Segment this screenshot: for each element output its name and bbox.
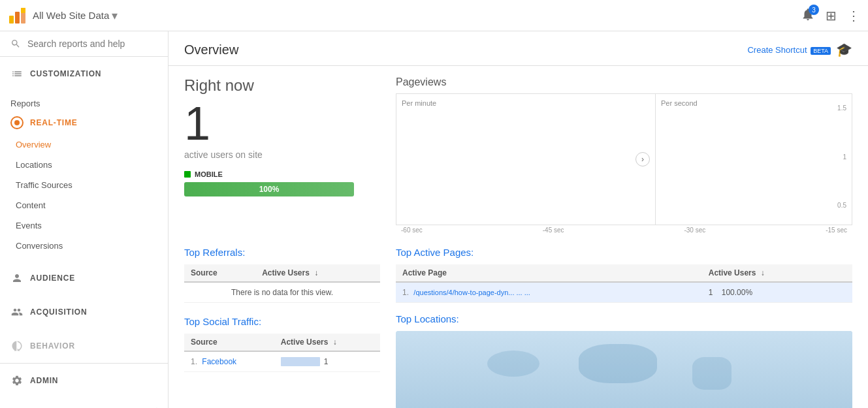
pageviews-title: Pageviews [396,76,852,88]
create-shortcut-link[interactable]: Create Shortcut BETA [747,45,831,55]
site-selector[interactable]: All Web Site Data ▾ [33,8,118,23]
apps-grid-icon[interactable]: ⊞ [826,8,837,24]
topbar-right: 3 ⊞ ⋮ [801,7,860,24]
sidebar: CUSTOMIZATION Reports REAL-TIME Overview… [0,31,169,408]
overview-grid: Right now 1 active users on site MOBILE … [184,76,852,234]
table-row: There is no data for this view. [184,282,380,303]
top-active-pages-section: Top Active Pages: Active Page Active Use… [396,247,852,303]
social-count: 1 [324,357,329,366]
dropdown-arrow-icon: ▾ [112,8,118,23]
sidebar-item-traffic-sources[interactable]: Traffic Sources [0,175,168,195]
behavior-section: BEHAVIOR [0,329,168,363]
top-referrals-title: Top Referrals: [184,247,380,258]
svg-rect-3 [21,8,25,13]
admin-button[interactable]: ADMIN [0,369,168,392]
customization-icon [10,67,24,80]
chart-x-axis: -60 sec -45 sec -30 sec -15 sec [396,227,852,234]
chart-y-axis: 1.5 1 0.5 [837,104,846,209]
traffic-sources-label: Traffic Sources [16,180,72,190]
svg-rect-0 [9,16,14,24]
right-now-panel: Right now 1 active users on site MOBILE … [184,76,380,234]
acquisition-section: ACQUISITION [0,295,168,329]
locations-map [396,331,852,408]
overview-label: Overview [16,140,51,149]
acquisition-label: ACQUISITION [30,307,87,317]
behavior-label: BEHAVIOR [30,341,75,351]
per-second-label: Per second [661,99,846,107]
acquisition-button[interactable]: ACQUISITION [0,300,168,324]
beta-badge: BETA [811,47,831,55]
per-minute-label: Per minute [402,99,650,107]
admin-label: ADMIN [30,376,58,385]
top-active-pages-title: Top Active Pages: [396,247,852,258]
content-area: Overview Create Shortcut BETA 🎓 Right no… [169,31,868,408]
customization-button[interactable]: CUSTOMIZATION [0,62,168,86]
search-bar[interactable] [0,31,168,57]
map-continent-shape [579,344,657,383]
pages-sort-icon: ↓ [761,268,765,277]
svg-rect-1 [15,12,20,24]
audience-button[interactable]: AUDIENCE [0,266,168,290]
page-url-cell: 1. /questions/4/how-to-page-dyn... ... .… [396,282,702,303]
social-source-col-header: Source [184,334,274,351]
search-input[interactable] [27,39,157,49]
mobile-progress-bar: 100% [184,182,354,196]
right-now-title: Right now [184,76,380,95]
conversions-label: Conversions [16,241,63,251]
top-locations-title: Top Locations: [396,313,852,324]
sort-icon: ↓ [314,268,318,277]
site-name: All Web Site Data [33,10,109,21]
header-right: Create Shortcut BETA 🎓 [747,42,852,57]
mobile-progress-fill: 100% [184,182,354,196]
more-options-icon[interactable]: ⋮ [847,8,860,24]
active-users-pages-col-header: Active Users ↓ [702,264,852,282]
content-header: Overview Create Shortcut BETA 🎓 [169,31,868,66]
sidebar-item-locations[interactable]: Locations [0,155,168,175]
customization-label: CUSTOMIZATION [30,69,101,78]
pageviews-per-second-chart: Per second 1.5 1 0.5 [656,94,852,225]
search-icon [10,38,21,50]
realtime-button[interactable]: REAL-TIME [0,111,168,134]
sidebar-item-events[interactable]: Events [0,215,168,236]
acquisition-icon [10,306,24,319]
social-active-users-col-header: Active Users ↓ [274,334,380,351]
page-title: Overview [184,42,238,57]
source-col-header: Source [184,264,255,282]
referrals-table: Source Active Users ↓ There is no data f [184,264,380,303]
collapse-sidebar-button[interactable]: ‹ [0,398,168,408]
facebook-link[interactable]: Facebook [202,357,236,366]
pageviews-per-minute-chart: Per minute › [396,94,656,225]
right-sections: Top Active Pages: Active Page Active Use… [396,247,852,408]
table-row: 1. Facebook 1 [184,351,380,372]
realtime-icon [10,116,24,129]
behavior-button[interactable]: BEHAVIOR [0,334,168,358]
active-page-col-header: Active Page [396,264,702,282]
social-traffic-table: Source Active Users ↓ [184,334,380,372]
sidebar-item-overview[interactable]: Overview [0,134,168,155]
social-bar-cell: 1 [274,351,380,372]
active-count: 1 [184,100,380,147]
sidebar-item-content[interactable]: Content [0,195,168,215]
top-social-traffic-section: Top Social Traffic: Source Active Users … [184,316,380,372]
realtime-label: REAL-TIME [30,118,78,127]
sidebar-item-conversions[interactable]: Conversions [0,236,168,256]
topbar: All Web Site Data ▾ 3 ⊞ ⋮ [0,0,868,31]
map-continent-shape-3 [692,357,731,390]
table-row: 1. /questions/4/how-to-page-dyn... ... .… [396,282,852,303]
mobile-indicator-icon [184,171,191,178]
admin-section: ADMIN [0,363,168,398]
active-pages-table: Active Page Active Users ↓ [396,264,852,303]
graduation-icon[interactable]: 🎓 [836,42,852,57]
admin-icon [10,374,24,387]
chart-expand-button[interactable]: › [635,152,650,166]
reports-label: Reports [0,96,168,111]
social-sort-icon: ↓ [333,337,337,347]
active-label: active users on site [184,149,380,160]
pageviews-panel: Pageviews Per minute › Per second 1.5 1 … [396,76,852,234]
notifications-button[interactable]: 3 [801,7,815,24]
map-background [396,331,852,408]
customization-section: CUSTOMIZATION [0,57,168,91]
top-referrals-section: Top Referrals: Source Active Users ↓ [184,247,380,303]
active-users-col-header: Active Users ↓ [255,264,380,282]
pageviews-charts: Per minute › Per second 1.5 1 0.5 [396,93,852,225]
